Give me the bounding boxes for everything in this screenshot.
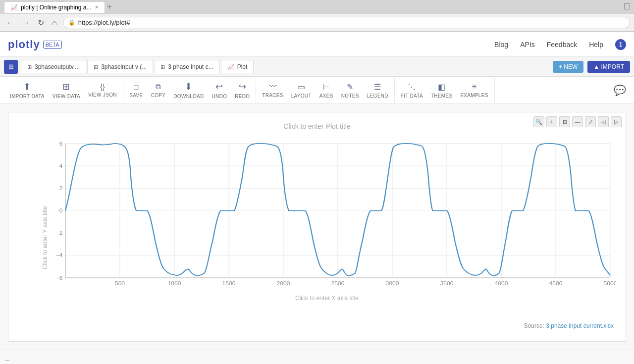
source-text: Source: 3 phase input current.xlsx bbox=[524, 322, 614, 329]
tab-1[interactable]: ⊞ 3phaseoutputv.... bbox=[21, 60, 86, 73]
axes-button[interactable]: ⊢ AXES bbox=[316, 78, 337, 103]
pan-btn[interactable]: ⊞ bbox=[559, 116, 570, 127]
toolbar-group-file: □ SAVE ⧉ COPY ⬇ DOWNLOAD ↩ UNDO ↪ REDO bbox=[123, 78, 257, 103]
fit-data-button[interactable]: ⋱ FIT DATA bbox=[397, 78, 427, 103]
layout-icon: ▭ bbox=[298, 82, 305, 92]
layout-button[interactable]: ▭ LAYOUT bbox=[287, 78, 316, 103]
legend-button[interactable]: ☰ LEGEND bbox=[363, 78, 392, 103]
view-json-label: VIEW JSON bbox=[88, 92, 117, 98]
tab-3-label: 3 phase input c... bbox=[168, 63, 213, 70]
axes-icon: ⊢ bbox=[323, 82, 330, 92]
notes-label: NOTES bbox=[341, 93, 359, 99]
copy-label: COPY bbox=[151, 93, 166, 98]
console-bar: _ bbox=[0, 350, 634, 364]
legend-label: LEGEND bbox=[367, 93, 388, 99]
svg-text:3000: 3000 bbox=[386, 281, 399, 286]
examples-label: EXAMPLES bbox=[460, 93, 488, 98]
tab-1-icon: ⊞ bbox=[27, 64, 32, 70]
examples-icon: ≡ bbox=[472, 82, 476, 91]
toolbar-group-data: ⬆ IMPORT DATA ⊞ VIEW DATA {} VIEW JSON bbox=[4, 78, 123, 103]
toolbar-right: 💬 bbox=[610, 80, 630, 100]
svg-text:4500: 4500 bbox=[549, 281, 563, 286]
source-prefix: Source: bbox=[524, 322, 544, 329]
chart-svg: .grid-line { stroke: #e8e8e8; stroke-wid… bbox=[38, 134, 616, 293]
main-content: 🔍 + ⊞ — ⤢ ◁ ▷ Click to enter Plot title … bbox=[0, 104, 634, 350]
next-btn[interactable]: ▷ bbox=[611, 116, 622, 127]
blog-link[interactable]: Blog bbox=[494, 41, 508, 49]
save-label: SAVE bbox=[129, 93, 143, 98]
tab-2-label: 3phaseinput v (... bbox=[101, 63, 147, 70]
undo-button[interactable]: ↩ UNDO bbox=[208, 78, 231, 103]
tab-1-label: 3phaseoutputv.... bbox=[35, 63, 80, 70]
fit-data-label: FIT DATA bbox=[401, 93, 423, 99]
svg-text:3500: 3500 bbox=[440, 281, 454, 286]
traces-icon: 〰 bbox=[269, 82, 277, 91]
import-button[interactable]: ▲ IMPORT bbox=[587, 61, 630, 73]
import-data-button[interactable]: ⬆ IMPORT DATA bbox=[6, 78, 49, 103]
forward-button[interactable]: → bbox=[20, 17, 32, 28]
themes-button[interactable]: ◧ THEMES bbox=[427, 78, 456, 103]
tab-2-icon: ⊞ bbox=[94, 64, 98, 70]
svg-text:−2: −2 bbox=[56, 230, 63, 236]
download-label: DOWNLOAD bbox=[173, 94, 204, 99]
prev-btn[interactable]: ◁ bbox=[598, 116, 609, 127]
svg-text:5000: 5000 bbox=[604, 281, 616, 286]
tab-3[interactable]: ⊞ 3 phase input c... bbox=[154, 60, 219, 74]
themes-icon: ◧ bbox=[438, 82, 445, 92]
browser-tab[interactable]: 📈 plotly | Online graphing a... ✕ bbox=[4, 1, 105, 13]
refresh-button[interactable]: ↻ bbox=[36, 17, 46, 28]
view-data-icon: ⊞ bbox=[62, 81, 70, 92]
zoom-out-btn[interactable]: + bbox=[546, 116, 557, 127]
traces-label: TRACES bbox=[262, 93, 283, 98]
traces-button[interactable]: 〰 TRACES bbox=[258, 78, 287, 103]
y-axis-title[interactable]: Click to enter Y axis title bbox=[42, 206, 49, 269]
tab-plot[interactable]: 📈 Plot bbox=[221, 60, 254, 73]
view-json-button[interactable]: {} VIEW JSON bbox=[84, 78, 121, 103]
reset-btn[interactable]: ⤢ bbox=[585, 116, 596, 127]
zoom-in-btn[interactable]: 🔍 bbox=[533, 116, 544, 127]
url-text: https://plot.ly/plot# bbox=[78, 19, 130, 26]
new-tab-icon[interactable]: + bbox=[107, 2, 112, 12]
new-button[interactable]: + NEW bbox=[553, 61, 583, 73]
tab-plot-icon: 📈 bbox=[227, 64, 234, 70]
address-bar[interactable]: 🔒 https://plot.ly/plot# bbox=[63, 17, 630, 28]
user-badge[interactable]: 1 bbox=[615, 39, 626, 50]
svg-text:1500: 1500 bbox=[222, 281, 236, 286]
redo-button[interactable]: ↪ REDO bbox=[231, 78, 254, 103]
tab-title: plotly | Online graphing a... bbox=[21, 4, 92, 11]
redo-label: REDO bbox=[235, 94, 250, 99]
toolbar-group-analysis: ⋱ FIT DATA ◧ THEMES ≡ EXAMPLES bbox=[395, 78, 495, 103]
legend-icon: ☰ bbox=[374, 82, 381, 92]
fit-data-icon: ⋱ bbox=[408, 82, 416, 92]
source-link[interactable]: 3 phase input current.xlsx bbox=[546, 322, 614, 329]
home-tab-icon[interactable]: ⊞ bbox=[4, 60, 18, 74]
comment-button[interactable]: 💬 bbox=[610, 80, 630, 100]
tab-plot-label: Plot bbox=[237, 63, 248, 70]
chart-area: Click to enter Y axis title .grid-line {… bbox=[8, 134, 626, 341]
apis-link[interactable]: APIs bbox=[520, 41, 535, 49]
toolbar: ⬆ IMPORT DATA ⊞ VIEW DATA {} VIEW JSON □… bbox=[0, 77, 634, 104]
tab-2[interactable]: ⊞ 3phaseinput v (... bbox=[87, 60, 153, 73]
window-restore-btn[interactable] bbox=[624, 3, 630, 9]
copy-button[interactable]: ⧉ COPY bbox=[147, 78, 170, 103]
home-button[interactable]: ⌂ bbox=[50, 17, 59, 28]
feedback-link[interactable]: Feedback bbox=[547, 41, 577, 49]
download-icon: ⬇ bbox=[185, 81, 192, 92]
download-button[interactable]: ⬇ DOWNLOAD bbox=[169, 78, 208, 103]
tab-close-icon[interactable]: ✕ bbox=[95, 4, 99, 10]
x-axis-title[interactable]: Click to enter X axis title bbox=[38, 293, 616, 306]
browser-chrome: 📈 plotly | Online graphing a... ✕ + ← → … bbox=[0, 0, 634, 32]
examples-button[interactable]: ≡ EXAMPLES bbox=[456, 78, 492, 103]
app-logo: plotly bbox=[8, 38, 40, 51]
back-button[interactable]: ← bbox=[4, 17, 16, 28]
view-data-label: VIEW DATA bbox=[53, 94, 80, 99]
save-button[interactable]: □ SAVE bbox=[125, 78, 147, 103]
help-link[interactable]: Help bbox=[589, 41, 603, 49]
layout-label: LAYOUT bbox=[291, 93, 312, 99]
undo-icon: ↩ bbox=[215, 81, 223, 92]
notes-button[interactable]: ✎ NOTES bbox=[337, 78, 363, 103]
zoom-fit-btn[interactable]: — bbox=[572, 116, 583, 127]
view-data-button[interactable]: ⊞ VIEW DATA bbox=[49, 78, 84, 103]
tab-actions: + NEW ▲ IMPORT bbox=[553, 61, 630, 73]
themes-label: THEMES bbox=[431, 93, 452, 99]
